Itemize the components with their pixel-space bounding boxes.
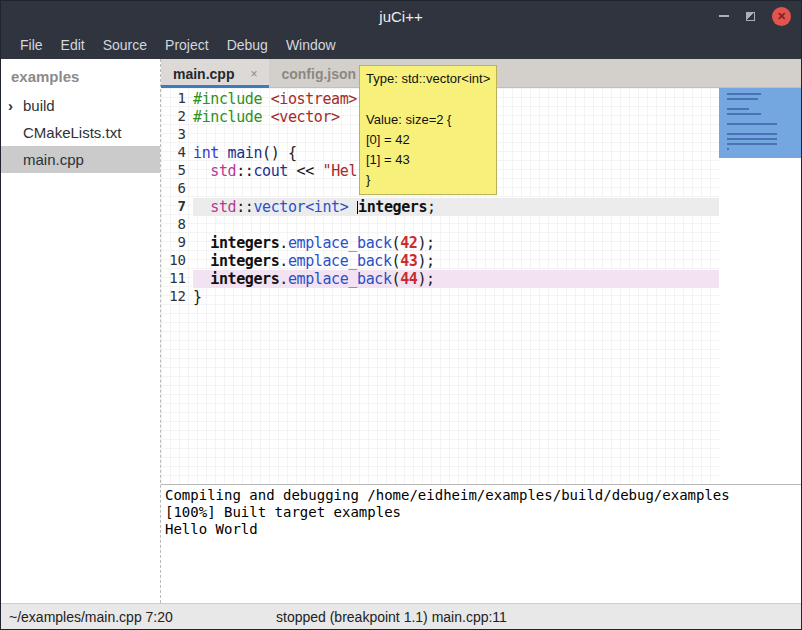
status-file-position: ~/examples/main.cpp 7:20 [1, 609, 173, 625]
token-pl [193, 198, 210, 216]
tooltip-value-line: [1] = 43 [366, 150, 490, 170]
code-text[interactable] [193, 216, 719, 234]
minimap-line [727, 93, 761, 95]
close-icon[interactable]: ✕ [772, 7, 791, 26]
code-line[interactable]: 12} [161, 288, 719, 306]
token-inc: #include [193, 90, 262, 108]
sidebar-item-build[interactable]: ›build [1, 92, 160, 119]
token-type: vector<int> [253, 198, 348, 216]
line-number[interactable]: 10 [161, 252, 193, 270]
minimap-line [727, 143, 777, 145]
menu-item-file[interactable]: File [11, 37, 52, 53]
menu-bar: FileEditSourceProjectDebugWindow [1, 31, 801, 59]
token-str: <vector> [271, 108, 340, 126]
token-pl: ); [417, 234, 434, 252]
menu-item-edit[interactable]: Edit [52, 37, 94, 53]
restore-icon[interactable] [746, 12, 755, 21]
line-number[interactable]: 7 [161, 198, 193, 216]
chevron-right-icon[interactable]: › [8, 92, 13, 119]
token-pl [348, 198, 357, 216]
token-str: <iostream> [271, 90, 357, 108]
sidebar-item-label: build [23, 97, 55, 114]
code-line[interactable]: 8 [161, 216, 719, 234]
line-number[interactable]: 12 [161, 288, 193, 306]
token-num: 42 [400, 234, 417, 252]
sidebar-item-cmakelists-txt[interactable]: CMakeLists.txt [1, 119, 160, 146]
token-ns: std [210, 198, 236, 216]
line-number[interactable]: 1 [161, 90, 193, 108]
line-number[interactable]: 11 [161, 270, 193, 288]
file-browser: examples ›buildCMakeLists.txtmain.cpp [1, 59, 161, 603]
token-pl [193, 252, 210, 270]
line-number[interactable]: 4 [161, 144, 193, 162]
line-number[interactable]: 2 [161, 108, 193, 126]
token-pl: ( [392, 270, 401, 288]
token-pl [262, 108, 271, 126]
line-number[interactable]: 8 [161, 216, 193, 234]
token-bold: integers [358, 198, 427, 216]
minimap-line [727, 108, 749, 110]
tab-main-cpp[interactable]: main.cpp× [161, 59, 269, 88]
minimize-icon[interactable] [719, 15, 729, 17]
line-number[interactable]: 5 [161, 162, 193, 180]
token-pl: ( [392, 252, 401, 270]
line-number[interactable]: 9 [161, 234, 193, 252]
code-text[interactable]: integers.emplace_back(43); [193, 252, 719, 270]
token-bold: integers [210, 234, 279, 252]
menu-item-project[interactable]: Project [156, 37, 218, 53]
menu-item-source[interactable]: Source [94, 37, 156, 53]
code-text[interactable]: } [193, 288, 719, 306]
token-pl [193, 234, 210, 252]
code-text[interactable]: integers.emplace_back(44); [193, 270, 719, 288]
token-str: "Hel [323, 162, 358, 180]
code-text[interactable]: integers.emplace_back(42); [193, 234, 719, 252]
code-line[interactable]: 10 integers.emplace_back(43); [161, 252, 719, 270]
sidebar-item-main-cpp[interactable]: main.cpp [1, 146, 160, 173]
token-pl [219, 144, 228, 162]
line-number[interactable]: 6 [161, 180, 193, 198]
sidebar-item-label: CMakeLists.txt [23, 124, 121, 141]
token-pl: . [279, 234, 288, 252]
token-pl: << [288, 162, 323, 180]
tooltip-value-line: Value: size=2 { [366, 110, 490, 130]
window-controls: ✕ [719, 1, 791, 31]
menu-item-window[interactable]: Window [277, 37, 345, 53]
code-line[interactable]: 7 std::vector<int> integers; [161, 198, 719, 216]
code-line[interactable]: 11 integers.emplace_back(44); [161, 270, 719, 288]
line-number[interactable]: 3 [161, 126, 193, 144]
token-pl: ( [392, 234, 401, 252]
main-area: examples ›buildCMakeLists.txtmain.cpp ma… [1, 59, 801, 603]
token-pl: :: [236, 162, 253, 180]
debug-console[interactable]: Compiling and debugging /home/eidheim/ex… [161, 484, 801, 603]
minimap-line [727, 123, 777, 125]
token-ns: std [210, 162, 236, 180]
minimap[interactable] [719, 88, 801, 484]
code-line[interactable]: 9 integers.emplace_back(42); [161, 234, 719, 252]
title-bar[interactable]: juCi++ ✕ [1, 1, 801, 31]
token-pl: . [279, 252, 288, 270]
tooltip-value-line: } [366, 170, 490, 190]
token-type: emplace_back [288, 234, 392, 252]
project-name: examples [1, 59, 160, 92]
token-kw: int [193, 144, 219, 162]
sidebar-item-label: main.cpp [23, 151, 84, 168]
token-pl: :: [236, 198, 253, 216]
token-pl: ); [417, 252, 434, 270]
status-bar: ~/examples/main.cpp 7:20 stopped (breakp… [1, 603, 801, 629]
debug-value-tooltip: Type: std::vector<int> Value: size=2 { [… [359, 65, 497, 195]
token-inc: #include [193, 108, 262, 126]
menu-item-debug[interactable]: Debug [218, 37, 277, 53]
minimap-viewport[interactable] [719, 88, 801, 158]
console-output-line: Compiling and debugging /home/eidheim/ex… [165, 487, 797, 504]
code-text[interactable]: std::vector<int> integers; [193, 198, 719, 216]
token-bold: integers [210, 270, 279, 288]
minimap-line [727, 133, 777, 135]
editor-pane: main.cpp×config.json 1#include <iostream… [161, 59, 801, 603]
close-tab-icon[interactable]: × [250, 67, 257, 81]
minimap-line [727, 138, 777, 140]
tab-config-json[interactable]: config.json [269, 59, 368, 88]
token-num: 44 [400, 270, 417, 288]
minimap-line [727, 148, 729, 150]
token-pl [193, 270, 210, 288]
minimap-line [727, 98, 758, 100]
